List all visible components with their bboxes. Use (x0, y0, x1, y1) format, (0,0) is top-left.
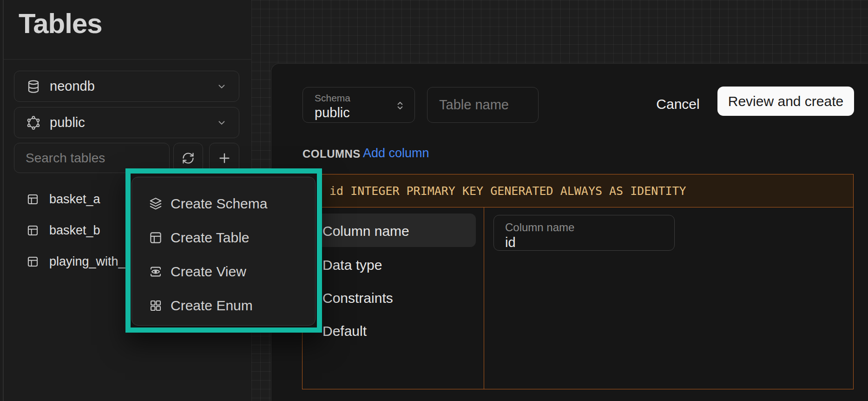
column-name-field-label: Column name (505, 221, 674, 234)
nav-item-data-type[interactable]: Data type (322, 257, 382, 273)
column-name-field[interactable]: Column name (493, 215, 675, 251)
menu-item-label: Create Table (171, 230, 250, 246)
database-select[interactable]: neondb (14, 71, 239, 102)
cancel-button[interactable]: Cancel (648, 93, 708, 116)
database-select-value: neondb (50, 79, 95, 94)
menu-item-label: Create View (171, 264, 246, 280)
schema-sidebar-select-value: public (50, 115, 85, 130)
column-sql-text: id INTEGER PRIMARY KEY GENERATED ALWAYS … (302, 184, 686, 198)
chevron-down-icon (217, 118, 227, 128)
menu-item-create-enum[interactable]: Create Enum (132, 288, 315, 322)
window-left-edge (3, 0, 4, 401)
menu-item-create-schema[interactable]: Create Schema (132, 187, 315, 221)
sidebar-divider (4, 59, 251, 60)
chevron-down-icon (217, 81, 227, 92)
nav-item-constraints[interactable]: Constraints (322, 290, 393, 306)
database-icon (26, 80, 40, 94)
add-column-link[interactable]: Add column (363, 146, 429, 160)
table-name: basket_b (49, 223, 100, 238)
nav-item-column-name[interactable]: Column name (322, 223, 409, 239)
tables-page: Schema public Cancel Review and create C… (0, 0, 868, 401)
table-name: basket_a (49, 192, 100, 207)
menu-item-label: Create Enum (171, 298, 253, 314)
refresh-icon (182, 152, 195, 165)
create-menu-highlight-frame: Create Schema Create Table (125, 168, 322, 333)
column-editor-body: Column name Data type Constraints Defaul… (302, 207, 853, 389)
plus-icon (217, 151, 232, 166)
column-name-field-input[interactable] (505, 235, 658, 250)
grid-squares-icon (149, 299, 163, 313)
columns-section-heading: COLUMNS (302, 147, 361, 160)
table-name: playing_with_ (49, 254, 125, 269)
menu-item-label: Create Schema (171, 196, 267, 212)
create-table-panel: Schema public Cancel Review and create C… (271, 63, 868, 401)
table-icon (149, 231, 163, 245)
column-sql-preview-row[interactable]: id INTEGER PRIMARY KEY GENERATED ALWAYS … (302, 174, 853, 207)
schema-sidebar-select[interactable]: public (14, 107, 239, 138)
column-editor-box: id INTEGER PRIMARY KEY GENERATED ALWAYS … (302, 174, 854, 389)
review-and-create-button[interactable]: Review and create (717, 87, 854, 116)
table-name-input[interactable] (427, 87, 539, 123)
menu-item-create-table[interactable]: Create Table (132, 221, 315, 254)
create-menu: Create Schema Create Table (132, 177, 316, 326)
schema-select[interactable]: Schema public (302, 87, 415, 123)
table-icon (26, 255, 39, 268)
column-editor-nav: Column name Data type Constraints Defaul… (302, 207, 484, 389)
page-title: Tables (19, 7, 102, 40)
view-eye-icon (149, 265, 163, 279)
chevrons-up-down-icon (394, 100, 406, 114)
nav-item-default[interactable]: Default (322, 323, 367, 339)
column-editor-form: Column name (484, 207, 853, 389)
table-icon (26, 193, 39, 206)
table-icon (26, 224, 39, 237)
schema-icon (26, 116, 40, 130)
layers-icon (149, 197, 163, 211)
menu-item-create-view[interactable]: Create View (132, 254, 315, 288)
